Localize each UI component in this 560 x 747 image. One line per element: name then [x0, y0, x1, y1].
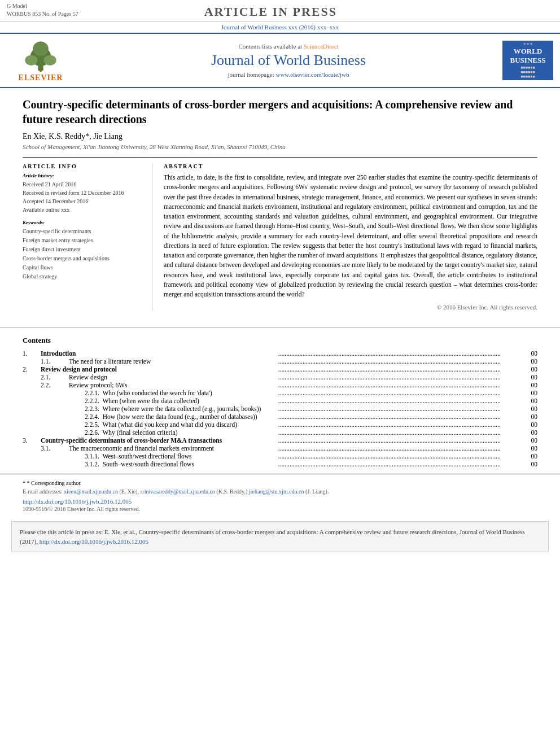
- svg-point-3: [44, 55, 56, 65]
- toc-page: 00: [520, 444, 537, 452]
- toc-dots: ........................................…: [278, 405, 520, 413]
- toc-label: Introduction: [41, 350, 278, 357]
- toc-sub-num: [41, 429, 69, 436]
- journal-title-main: Journal of World Business: [75, 52, 502, 69]
- toc-row: 2.2.3. Where (where were the data collec…: [23, 405, 537, 413]
- journal-homepage: journal homepage: www.elsevier.com/locat…: [75, 71, 502, 78]
- toc-num: [23, 397, 41, 405]
- toc-num: [23, 389, 41, 397]
- toc-dots: ........................................…: [278, 452, 520, 460]
- toc-page: 00: [520, 405, 537, 413]
- toc-dots: ........................................…: [278, 350, 520, 357]
- keywords-list: Country-specific determinants Foreign ma…: [23, 227, 143, 281]
- toc-dots: ........................................…: [278, 357, 520, 365]
- toc-body: 1. Introduction ........................…: [23, 350, 537, 468]
- svg-point-2: [25, 55, 37, 65]
- email-1-person: (E. Xie),: [119, 488, 139, 495]
- doi-link[interactable]: http://dx.doi.org/10.1016/j.jwb.2016.12.…: [23, 498, 537, 505]
- journal-banner: ELSEVIER Contents lists available at Sci…: [0, 33, 560, 88]
- toc-dots: ........................................…: [278, 389, 520, 397]
- toc-page: 00: [520, 381, 537, 389]
- toc-label: Review design: [69, 373, 278, 381]
- g-model-label: G Model: [7, 2, 78, 10]
- toc-sub-num: 3.1.: [41, 444, 69, 452]
- sciencedirect-link[interactable]: ScienceDirect: [304, 43, 339, 50]
- toc-sub-num: [41, 397, 69, 405]
- email-2-person: (K.S. Reddy,): [216, 488, 247, 495]
- elsevier-logo: ELSEVIER: [7, 38, 75, 82]
- journal-center: Contents lists available at ScienceDirec…: [75, 43, 502, 78]
- toc-row: 3.1.2. South–west/south directional flow…: [23, 460, 537, 468]
- toc-label: Country-specific determinants of cross-b…: [41, 436, 278, 444]
- toc-label: 2.2.5. What (what did you keep and what …: [69, 421, 278, 429]
- corresponding-text: * Corresponding author.: [27, 480, 82, 486]
- toc-num: [23, 373, 41, 381]
- keyword-6: Global strategy: [23, 272, 143, 281]
- toc-num: [23, 421, 41, 429]
- toc-page: 00: [520, 460, 537, 468]
- toc-page: 00: [520, 436, 537, 444]
- toc-num: [23, 357, 41, 365]
- citation-doi-link[interactable]: http://dx.doi.org/10.1016/j.jwb.2016.12.…: [40, 538, 148, 545]
- toc-num: 1.: [23, 350, 41, 357]
- toc-label: 2.2.4. How (how were the data found (e.g…: [69, 413, 278, 421]
- journal-ref-line: Journal of World Business xxx (2016) xxx…: [0, 22, 560, 33]
- toc-label: 3.1.2. South–west/south directional flow…: [69, 460, 278, 468]
- authors-line: En Xie, K.S. Reddy*, Jie Liang: [23, 132, 537, 141]
- keyword-2: Foreign market entry strategies: [23, 236, 143, 245]
- toc-page: 00: [520, 350, 537, 357]
- received-date: Received 21 April 2016: [23, 180, 143, 189]
- toc-sub-num: 1.1.: [41, 357, 69, 365]
- g-model-info: G Model WORBUS 853 No. of Pages 57: [7, 2, 78, 18]
- keyword-4: Cross-border mergers and acquisitions: [23, 254, 143, 263]
- email-link-3[interactable]: jieliang@stu.xjtu.edu.cn: [249, 488, 304, 495]
- toc-num: [23, 452, 41, 460]
- elsevier-tree-icon: [18, 38, 63, 72]
- contents-available: Contents lists available at ScienceDirec…: [75, 43, 502, 50]
- toc-sub-num: [41, 452, 69, 460]
- keyword-1: Country-specific determinants: [23, 227, 143, 236]
- keyword-5: Capital flows: [23, 263, 143, 272]
- toc-row: 3.1. The macroeconomic and financial mar…: [23, 444, 537, 452]
- toc-label: 3.1.1. West–south/west directional flows: [69, 452, 278, 460]
- copyright-line: © 2016 Elsevier Inc. All rights reserved…: [164, 304, 537, 311]
- toc-page: 00: [520, 413, 537, 421]
- abstract-text: This article, to date, is the first to c…: [164, 173, 537, 299]
- toc-dots: ........................................…: [278, 444, 520, 452]
- available-online: Available online xxx: [23, 206, 143, 214]
- info-section: ARTICLE INFO Article history: Received 2…: [23, 157, 537, 311]
- svg-point-4: [33, 42, 49, 56]
- article-info-header: ARTICLE INFO: [23, 163, 143, 169]
- toc-label: The macroeconomic and financial markets …: [69, 444, 278, 452]
- toc-row: 2.2.4. How (how were the data found (e.g…: [23, 413, 537, 421]
- main-content: Country-specific determinants of cross-b…: [0, 88, 560, 320]
- toc-page: 00: [520, 397, 537, 405]
- toc-page: 00: [520, 365, 537, 373]
- toc-sub-num: [41, 421, 69, 429]
- citation-box: Please cite this article in press as: E.…: [11, 521, 549, 552]
- toc-dots: ........................................…: [278, 397, 520, 405]
- keyword-3: Foreign direct investment: [23, 245, 143, 254]
- toc-num: [23, 460, 41, 468]
- journal-logo-right: ★★★ WORLDBUSINESS ■■■■■■■■■■■■■■■■■■: [502, 41, 553, 80]
- toc-dots: ........................................…: [278, 460, 520, 468]
- toc-sub-num: 2.2.: [41, 381, 69, 389]
- contents-title: Contents: [23, 336, 537, 345]
- journal-homepage-link[interactable]: www.elsevier.com/locate/jwb: [275, 71, 349, 78]
- toc-row: 2.1. Review design .....................…: [23, 373, 537, 381]
- toc-sub-num: [41, 389, 69, 397]
- toc-sub-num: 2.1.: [41, 373, 69, 381]
- toc-num: [23, 429, 41, 436]
- toc-label: 2.2.1. Who (who conducted the search for…: [69, 389, 278, 397]
- email-link-1[interactable]: xieen@mail.xjtu.edu.cn: [64, 488, 118, 495]
- world-title: WORLDBUSINESS: [510, 47, 546, 64]
- toc-num: 3.: [23, 436, 41, 444]
- contents-section: Contents 1. Introduction ...............…: [0, 336, 560, 468]
- toc-sub-num: [41, 405, 69, 413]
- toc-page: 00: [520, 389, 537, 397]
- toc-dots: ........................................…: [278, 365, 520, 373]
- email-link-2[interactable]: srinivasareddy@mail.xjtu.edu.cn: [141, 488, 215, 495]
- toc-label: 2.2.6. Why (final selection criteria): [69, 429, 278, 436]
- toc-page: 00: [520, 421, 537, 429]
- authors-text: En Xie, K.S. Reddy*, Jie Liang: [23, 132, 123, 141]
